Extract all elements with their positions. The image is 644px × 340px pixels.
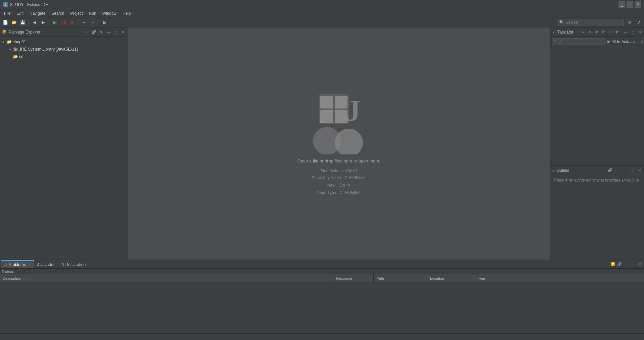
bottom-min-btn[interactable]: — (630, 261, 636, 267)
task-help-icon: ? (640, 39, 643, 44)
col-type-label: Type (477, 276, 485, 280)
col-path[interactable]: Path (374, 274, 427, 282)
close-button[interactable]: ✕ (635, 1, 641, 8)
menu-project[interactable]: Project (67, 10, 85, 16)
package-explorer-collapse-btn[interactable]: ⊟ (84, 29, 90, 35)
bottom-filter-btn[interactable]: 🔽 (610, 261, 616, 267)
chap01-arrow: ▼ (1, 40, 5, 44)
toolbar-back-btn[interactable]: ◀ (31, 18, 39, 26)
col-description-label: Description (3, 276, 21, 280)
outline-link-btn[interactable]: 🔗 (607, 167, 613, 174)
tree-item-jre[interactable]: ▶ 📚 JRE System Library [JavaSE-11] (0, 46, 127, 53)
bottom-menu-btn[interactable]: ⋮ (623, 261, 629, 267)
task-list-filter-btn[interactable]: ▼ (594, 29, 600, 35)
col-resource-label: Resource (336, 276, 352, 280)
outline-menu-btn[interactable]: ⋮ (614, 167, 620, 174)
tree-item-chap01[interactable]: ▼ 📁 chap01 (0, 38, 127, 46)
task-list-header: ✓ Task List + ≡ ▼ ⟳ ⊟ ▼ — □ ✕ (550, 27, 644, 37)
task-search-input[interactable] (552, 38, 606, 45)
menu-help[interactable]: Help (120, 10, 134, 16)
toolbar-next-edit-btn[interactable]: → (89, 18, 97, 26)
problems-count: 0 items (0, 269, 644, 274)
bottom-max-btn[interactable]: □ (637, 261, 643, 267)
tab-declaration[interactable]: D Declaration (59, 260, 89, 268)
col-description[interactable]: Description ▲ (0, 274, 333, 282)
toolbar-run-btn[interactable]: ▶ (51, 18, 59, 26)
package-explorer-min-btn[interactable]: — (106, 29, 112, 35)
shortcut-key-assist: Show Key Assist Ctrl+Shift+L (312, 176, 366, 180)
menu-navigate[interactable]: Navigate (27, 10, 48, 16)
package-explorer-max-btn[interactable]: □ (113, 29, 119, 35)
package-explorer-header: 📦 Package Explorer ⊟ 🔗 ▼ — □ ✕ (0, 27, 127, 37)
task-list-min-btn[interactable]: — (623, 29, 629, 35)
toolbar-fwd-btn[interactable]: ▶ (39, 18, 47, 26)
problems-icon: ⚠ (4, 262, 7, 267)
toolbar-stop-btn[interactable]: ■ (68, 18, 76, 26)
toolbar: 📄 📂 💾 ◀ ▶ ▶ 🐞 ■ ← → ⊞ 🔍 ⚙ ? (0, 17, 644, 27)
package-explorer-close[interactable]: ✕ (120, 30, 125, 34)
tree-item-src[interactable]: ▶ 📂 src (0, 53, 127, 60)
outline-max-btn[interactable]: □ (630, 167, 636, 174)
outline-min-btn[interactable]: — (623, 167, 629, 174)
svg-text:J: J (345, 94, 361, 127)
outline-header: ≡ Outline 🔗 ⋮ — □ ✕ (550, 166, 644, 175)
menu-search[interactable]: Search (49, 10, 67, 16)
tree-content: ▼ 📁 chap01 ▶ 📚 JRE System Library [JavaS… (0, 37, 127, 260)
task-list-icon: ✓ (552, 30, 555, 34)
toolbar-help-btn[interactable]: ? (635, 18, 643, 26)
task-list-collapse-btn[interactable]: ⊟ (607, 29, 613, 35)
declaration-icon: D (61, 263, 64, 267)
tab-problems[interactable]: ⚠ Problems ✕ (1, 260, 34, 268)
toolbar-search-container: 🔍 (557, 19, 624, 26)
toolbar-open-btn[interactable]: 📂 (10, 18, 18, 26)
task-activate-arrow: ▶ (617, 39, 620, 44)
task-list-close[interactable]: ✕ (637, 30, 642, 34)
table-header: Description ▲ Resource Path Location Typ… (0, 274, 644, 282)
chap01-label: chap01 (13, 40, 26, 44)
svg-rect-1 (320, 96, 333, 109)
col-location[interactable]: Location (427, 274, 474, 282)
tab-declaration-label: Declaration (65, 262, 86, 267)
bottom-link-btn[interactable]: 🔗 (616, 261, 623, 267)
task-list-sort-btn[interactable]: ≡ (587, 29, 593, 35)
toolbar-settings-btn[interactable]: ⚙ (626, 18, 634, 26)
task-list-toolbar: + ≡ ▼ ⟳ ⊟ ▼ (579, 29, 621, 35)
task-list-max-btn[interactable]: □ (630, 29, 636, 35)
shortcut-open-type: Open Type Ctrl+Shift+T (317, 190, 361, 195)
toolbar-new-btn[interactable]: 📄 (1, 18, 9, 26)
menu-run[interactable]: Run (86, 10, 99, 16)
maximize-button[interactable]: □ (627, 1, 633, 8)
editor-empty: J Open a file or drop files here to open… (127, 27, 550, 260)
package-explorer-panel: 📦 Package Explorer ⊟ 🔗 ▼ — □ ✕ ▼ 📁 chap0… (0, 27, 127, 260)
outline-close[interactable]: ✕ (637, 168, 642, 173)
toolbar-search-input[interactable] (566, 20, 622, 25)
menu-window[interactable]: Window (100, 10, 119, 16)
toolbar-prev-edit-btn[interactable]: ← (80, 18, 88, 26)
tab-problems-label: Problems (9, 262, 26, 267)
col-resource[interactable]: Resource (333, 274, 374, 282)
minimize-button[interactable]: _ (619, 1, 625, 8)
status-bar (0, 333, 644, 340)
col-path-label: Path (376, 276, 384, 280)
title-bar-left: J STUDY - Eclipse IDE (3, 2, 48, 7)
outline-empty-text: There is no active editor that provides … (553, 178, 640, 183)
package-explorer-link-btn[interactable]: 🔗 (91, 29, 97, 35)
task-list-sync-btn[interactable]: ⟳ (600, 29, 606, 35)
menu-edit[interactable]: Edit (14, 10, 26, 16)
outline-toolbar: 🔗 ⋮ (606, 167, 621, 174)
menu-file[interactable]: File (1, 10, 13, 16)
package-explorer-menu-btn[interactable]: ▼ (98, 29, 104, 35)
task-list-new-btn[interactable]: + (580, 29, 586, 35)
toolbar-debug-btn[interactable]: 🐞 (60, 18, 68, 26)
task-list-panel: ✓ Task List + ≡ ▼ ⟳ ⊟ ▼ — □ ✕ ▶ All (550, 27, 644, 166)
jre-arrow: ▶ (8, 47, 12, 51)
col-type[interactable]: Type (474, 274, 644, 282)
col-location-label: Location (430, 276, 444, 280)
task-activate-link[interactable]: Activate... (622, 40, 638, 44)
toolbar-perspective-btn[interactable]: ⊞ (101, 18, 109, 26)
task-list-menu-btn[interactable]: ▼ (614, 29, 620, 35)
toolbar-save-btn[interactable]: 💾 (19, 18, 27, 26)
tab-problems-close[interactable]: ✕ (27, 262, 31, 267)
tab-javadoc-label: Javadoc (40, 262, 55, 267)
tab-javadoc[interactable]: J Javadoc (35, 260, 58, 268)
